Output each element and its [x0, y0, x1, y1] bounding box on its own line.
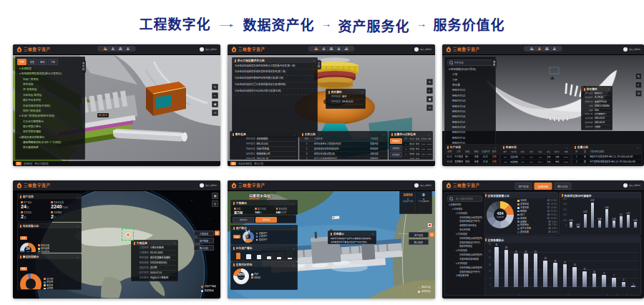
footer-tab[interactable]: 总装模型 [24, 162, 33, 165]
app-logo[interactable]: 三峡数字资产 [16, 47, 51, 52]
tree-item[interactable]: 泄洪坝段 [17, 82, 83, 87]
filter-tab[interactable]: 全部 [20, 236, 27, 240]
search-input[interactable] [454, 197, 480, 201]
button[interactable]: 挡水坝段 [233, 217, 254, 223]
nav-icon[interactable] [322, 47, 326, 51]
sidebar-collapse-tab[interactable]: 文档 [316, 60, 321, 69]
list-item[interactable]: 左岸电站机组蜗壳及座环安装单元工程质量评定表(第一册) [233, 63, 317, 69]
view-button[interactable]: 资产总览 [409, 232, 429, 238]
table-row[interactable]: 01-12叶片铸造退火铸一合格10:21详情 [445, 155, 499, 160]
tree-item[interactable]: 转轮叶片04 [447, 105, 494, 110]
user-menu[interactable]: sys_admin [623, 47, 640, 52]
footer-tab[interactable]: 单元工程模型 [34, 162, 48, 165]
close-icon[interactable]: × [372, 233, 374, 236]
project-marker[interactable] [126, 233, 130, 237]
expand-icon[interactable]: ⌄ [293, 227, 295, 230]
button[interactable]: 设备台账 [535, 183, 552, 190]
viewer-tool-icon[interactable]: ⊡ [635, 90, 642, 97]
tree-item[interactable]: 转轮叶片03 [447, 99, 494, 104]
button[interactable]: 文档 [48, 59, 57, 65]
tree-item[interactable]: 排水廊道网络 [17, 145, 83, 150]
tree-item[interactable]: 转轮叶片08 [447, 125, 494, 130]
viewer-tool-icon[interactable]: ⊡ [212, 110, 218, 116]
viewer-tool-icon[interactable]: ↻ [212, 84, 218, 90]
tree-item[interactable]: 尾水平台及护坦 [17, 98, 83, 103]
table-row[interactable]: 4机坑里衬安装测量成果表测量成果 [300, 157, 387, 160]
nav-icon[interactable] [553, 47, 557, 51]
tree-item[interactable]: 转轮叶片06 [447, 115, 494, 120]
view-button[interactable]: 资产检索 [194, 238, 214, 243]
app-logo[interactable]: 三峡数字资产 [446, 47, 480, 52]
table-row[interactable]: 01-18型面数控加工机加合格15:02详情 [445, 160, 499, 165]
table-row[interactable]: J01型面轮廓度0.8mm±1.2合格王敏05-20 [501, 155, 570, 160]
expand-icon[interactable]: ⌄ [77, 225, 79, 228]
tree-item[interactable]: 转轮叶片09 [447, 130, 494, 135]
expand-icon[interactable]: ⌄ [77, 256, 79, 258]
tree-item[interactable]: 尾水管里衬单元 [17, 125, 83, 130]
button[interactable]: 质量信息 [390, 138, 402, 144]
table-row[interactable]: 1蜗壳及座环安装优良96%02-07-12 [403, 142, 432, 147]
user-menu[interactable]: sys_admin [200, 47, 217, 52]
tree-item[interactable]: 左岸非溢流坝段(升船机) [17, 104, 83, 109]
table-row[interactable]: 2机坑里衬安装优良95%02-08-03 [403, 147, 432, 152]
footer-tab[interactable]: 单元工程 [254, 162, 263, 165]
tree-item[interactable]: 坝顶门机轨道梁 [17, 109, 83, 114]
tree-item[interactable]: 引水压力钢管单元 [17, 120, 83, 125]
app-logo[interactable]: 三峡数字资产 [16, 183, 51, 188]
viewer-tool-icon[interactable]: ◐ [426, 87, 433, 94]
tree-item[interactable]: 坝后背管及镇墩 [17, 130, 83, 135]
sidebar-search[interactable]: 构件目录 [447, 59, 493, 66]
tree-item[interactable]: 转轮叶片05 [447, 110, 494, 115]
list-item[interactable]: 左岸电站机组机坑里衬安装质量验收记录(第四册) [233, 82, 317, 89]
nav-icon[interactable] [537, 47, 541, 51]
nav-icon[interactable] [337, 47, 341, 51]
viewer-tool-icon[interactable]: ◐ [212, 92, 218, 99]
tree-item[interactable]: 下环 [447, 78, 494, 83]
tree-item[interactable]: 转轮叶片01 [447, 88, 494, 93]
nav-icon[interactable] [111, 47, 114, 51]
expand-icon[interactable]: ⌄ [494, 146, 497, 149]
viewer-tool-icon[interactable]: ◎ [212, 200, 218, 207]
sidebar-collapse-tab[interactable]: 清单 [492, 59, 497, 68]
viewer-tool-icon[interactable]: ↻ [635, 73, 642, 79]
device-search[interactable] [447, 195, 482, 202]
expand-icon[interactable]: ⌄ [293, 133, 296, 136]
list-item[interactable]: 点击模型构件可查看对应资产与运行信息。 [328, 240, 376, 243]
nav-icon[interactable] [104, 47, 107, 51]
view-button[interactable]: 工程总览 [194, 231, 214, 236]
filter-tab[interactable]: 设备 [233, 235, 240, 238]
button[interactable]: 构件 [17, 59, 26, 65]
button[interactable]: 图纸 [38, 59, 47, 65]
table-row[interactable]: 2报叶片型面检测成果报告 HEC-ZL-YP-2005-006-XM [572, 160, 641, 165]
close-icon[interactable]: × [361, 91, 363, 94]
button[interactable]: 资产总览 [514, 183, 532, 190]
view-button[interactable]: 统计报表 [409, 239, 429, 245]
expand-icon[interactable]: ⌄ [77, 195, 79, 198]
app-logo[interactable]: 三峡数字资产 [446, 183, 480, 188]
tree-item[interactable]: ▾ 全部模型 [17, 67, 83, 72]
alert-marker[interactable] [428, 223, 431, 227]
viewer-tool-icon[interactable]: ⊡ [426, 105, 433, 111]
user-menu[interactable]: sys_admin [414, 47, 431, 52]
tree-item[interactable]: 泄水锥 [447, 83, 494, 88]
button[interactable]: 统计分析 [554, 183, 571, 190]
table-row[interactable]: J02表面粗糙度3.2μm≤6.3合格李强05-21 [501, 160, 570, 165]
app-logo[interactable]: 三峡数字资产 [231, 47, 265, 52]
user-menu[interactable]: sys_admin [200, 183, 217, 188]
tree-item[interactable]: 转轮叶片10 [447, 136, 494, 141]
layers-toggle-icon[interactable]: ▤ [215, 231, 220, 236]
filter-tab[interactable]: 电站 [20, 267, 27, 271]
button[interactable]: 模型 [27, 59, 36, 65]
table-row[interactable]: 1蜗壳安装单元工程质量评定表质量评定 [300, 142, 387, 147]
tree-item[interactable]: 转轮叶片02 [447, 94, 494, 99]
viewer-tool-icon[interactable]: ◐ [635, 82, 642, 88]
tree-item[interactable]: 基础帷幕灌浆区(左非8~厂11坝段) [17, 140, 83, 145]
tree-item[interactable]: 公用设备系统 [447, 274, 483, 279]
footer-tab[interactable]: 机组总装模型 [238, 162, 252, 165]
nav-icon[interactable] [330, 47, 333, 51]
tree-item[interactable]: 左岸厂房坝段 [17, 77, 83, 82]
tree-item[interactable]: ▾ 转轮装配(右岸22号机) [447, 67, 494, 72]
nav-icon[interactable] [345, 47, 348, 51]
viewer-tool-icon[interactable]: ↻ [426, 79, 433, 85]
nav-icon[interactable] [315, 47, 318, 51]
